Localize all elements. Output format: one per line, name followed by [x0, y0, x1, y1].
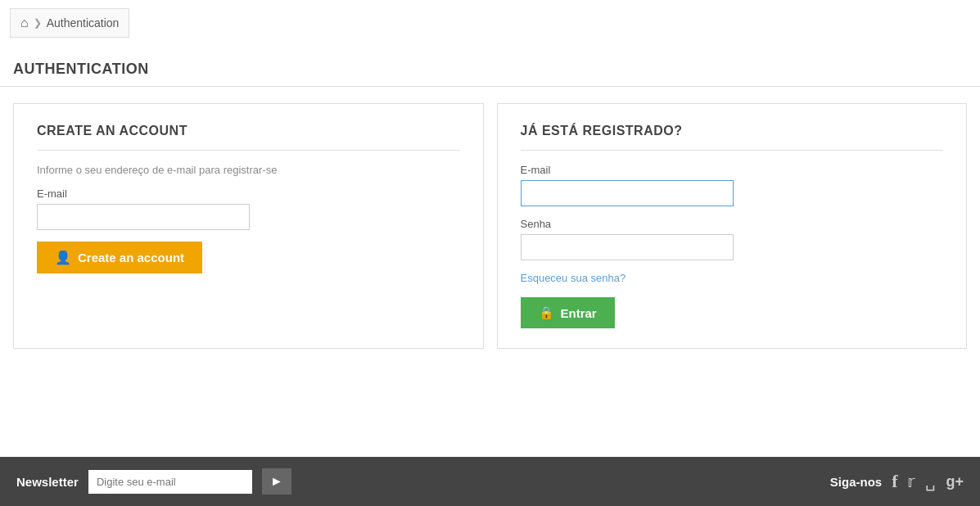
login-email-input[interactable]: [521, 180, 734, 206]
breadcrumb-separator: ❯: [34, 17, 42, 29]
create-email-input[interactable]: [37, 204, 250, 230]
create-account-button-label: Create an account: [78, 251, 184, 264]
login-card: JÁ ESTÁ REGISTRADO? E-mail Senha Esquece…: [497, 103, 968, 349]
login-email-label: E-mail: [521, 164, 944, 176]
create-account-card: CREATE AN ACCOUNT Informe o seu endereço…: [13, 103, 484, 349]
breadcrumb: ⌂ ❯ Authentication: [10, 8, 129, 38]
forgot-password-link[interactable]: Esqueceu sua senha?: [521, 272, 944, 284]
breadcrumb-current: Authentication: [47, 16, 120, 29]
login-password-input[interactable]: [521, 234, 734, 260]
create-account-title: CREATE AN ACCOUNT: [37, 124, 460, 151]
login-title: JÁ ESTÁ REGISTRADO?: [521, 124, 944, 151]
lock-icon: 🔒: [539, 305, 554, 320]
create-account-subtitle: Informe o seu endereço de e-mail para re…: [37, 164, 460, 176]
main-content: CREATE AN ACCOUNT Informe o seu endereço…: [0, 103, 980, 349]
user-icon: 👤: [55, 250, 71, 265]
login-password-label: Senha: [521, 218, 944, 230]
login-button[interactable]: 🔒 Entrar: [521, 297, 615, 328]
create-account-button[interactable]: 👤 Create an account: [37, 242, 202, 273]
login-button-label: Entrar: [561, 306, 597, 320]
page-title: AUTHENTICATION: [13, 61, 149, 77]
create-email-label: E-mail: [37, 187, 460, 200]
home-icon[interactable]: ⌂: [20, 16, 29, 30]
page-title-area: AUTHENTICATION: [0, 46, 980, 87]
